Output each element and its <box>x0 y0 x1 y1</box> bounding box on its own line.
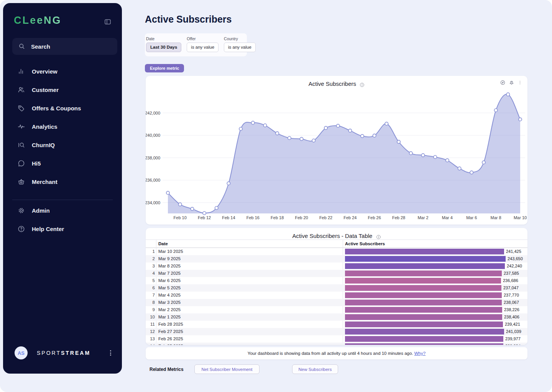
filter-date-value[interactable]: Last 30 Days <box>146 43 181 52</box>
filter-country-value[interactable]: is any value <box>224 43 256 52</box>
sidebar-item-offers-coupons[interactable]: Offers & Coupons <box>12 99 117 117</box>
table-row: 13Feb 26 2025239,977 <box>146 335 527 343</box>
x-axis-tick-label: Feb 16 <box>246 215 260 220</box>
row-index: 3 <box>146 262 155 270</box>
basket-icon <box>17 178 25 186</box>
y-axis-tick-label: 236,000 <box>146 178 160 182</box>
filter-offer: Offer is any value <box>187 36 219 56</box>
explore-metric-button[interactable]: Explore metric <box>145 64 184 72</box>
row-date: Mar 1 2025 <box>158 313 181 321</box>
chart-marker[interactable] <box>276 132 279 135</box>
sidebar-item-label: Help Center <box>32 226 64 232</box>
chart-marker[interactable] <box>300 137 303 140</box>
chart-marker[interactable] <box>397 140 400 143</box>
chart-marker[interactable] <box>434 156 437 159</box>
chart-marker[interactable] <box>312 139 315 142</box>
chart-marker[interactable] <box>409 152 412 155</box>
filter-country-label: Country <box>224 36 256 41</box>
row-date: Mar 7 2025 <box>158 270 181 277</box>
chart-marker[interactable] <box>482 161 485 164</box>
chart-marker[interactable] <box>421 154 424 157</box>
why-link[interactable]: Why? <box>414 351 426 356</box>
chart-marker[interactable] <box>446 159 449 162</box>
sidebar-item-label: Offers & Coupons <box>32 105 81 112</box>
chart-marker[interactable] <box>324 126 327 130</box>
chart-marker[interactable] <box>191 207 194 210</box>
related-metric-net-subscriber-movement[interactable]: Net Subscriber Movement <box>194 364 260 374</box>
column-header-date[interactable]: Date <box>158 241 168 246</box>
row-value-bar <box>345 278 501 284</box>
info-icon[interactable] <box>374 233 381 240</box>
chart-card: 242,000240,000238,000236,000234,000Feb 1… <box>146 76 527 225</box>
workspace-menu-icon[interactable] <box>108 349 113 357</box>
chart-marker[interactable] <box>361 134 364 138</box>
chart-marker[interactable] <box>239 127 242 130</box>
active-subscribers-chart[interactable]: 242,000240,000238,000236,000234,000Feb 1… <box>146 76 527 222</box>
sidebar-item-customer[interactable]: Customer <box>12 80 117 99</box>
explore-compass-icon[interactable] <box>500 80 506 85</box>
chart-marker[interactable] <box>215 207 218 210</box>
chart-menu-kebab-icon[interactable] <box>518 80 522 85</box>
workspace-switcher[interactable]: AS SPORTSTREAM <box>15 343 113 363</box>
row-date: Feb 28 2025 <box>158 321 183 328</box>
chart-marker[interactable] <box>227 182 230 185</box>
chart-marker[interactable] <box>337 124 340 127</box>
sidebar-divider <box>12 200 113 200</box>
table-row: 14Feb 25 2025239,934 <box>146 343 527 345</box>
chart-marker[interactable] <box>179 203 182 206</box>
row-value-bar <box>345 329 504 335</box>
sidebar-item-hi5[interactable]: Hi5 <box>12 154 117 172</box>
help-icon <box>17 225 25 233</box>
table-title: Active Subscribers - Data Table <box>292 233 372 239</box>
workspace-name-bold: STREAM <box>61 350 90 356</box>
table-row: 8Mar 3 2025238,067 <box>146 299 527 306</box>
row-value-bar <box>345 249 504 254</box>
chart-area <box>168 94 520 213</box>
row-date: Mar 6 2025 <box>158 277 181 284</box>
sidebar-collapse-icon[interactable] <box>104 18 112 26</box>
alert-bell-icon[interactable] <box>509 80 514 85</box>
table-row: 1Mar 10 2025241,425 <box>146 248 527 255</box>
row-date: Feb 27 2025 <box>158 328 183 335</box>
filter-offer-value[interactable]: is any value <box>187 43 219 52</box>
x-axis-tick-label: Feb 26 <box>368 215 381 220</box>
filter-offer-label: Offer <box>187 36 219 41</box>
chart-marker[interactable] <box>458 167 461 170</box>
x-axis-tick-label: Feb 18 <box>271 215 284 220</box>
row-value: 239,421 <box>505 321 520 328</box>
column-header-active-subscribers[interactable]: Active Subscribers <box>345 241 385 246</box>
search-input[interactable]: Search <box>12 38 117 55</box>
sidebar-item-churniq[interactable]: ChurnIQ <box>12 136 117 154</box>
sidebar-item-overview[interactable]: Overview <box>12 62 117 80</box>
data-table-card: Active Subscribers - Data Table Date Act… <box>146 228 527 345</box>
table-row: 5Mar 6 2025236,686 <box>146 277 527 284</box>
sidebar-item-analytics[interactable]: Analytics <box>12 117 117 136</box>
row-index: 4 <box>146 270 155 277</box>
chart-marker[interactable] <box>519 118 522 121</box>
sidebar-item-admin[interactable]: Admin <box>12 201 117 220</box>
row-value: 238,226 <box>504 306 519 313</box>
row-value: 242,240 <box>507 262 522 270</box>
sidebar-item-help-center[interactable]: Help Center <box>12 220 117 238</box>
chart-marker[interactable] <box>470 171 473 174</box>
chart-marker[interactable] <box>251 121 255 124</box>
row-value: 239,977 <box>505 335 521 343</box>
table-row: 9Mar 2 2025238,226 <box>146 306 527 313</box>
y-axis-tick-label: 242,000 <box>146 111 160 115</box>
table-row: 7Mar 4 2025237,770 <box>146 292 527 299</box>
chart-marker[interactable] <box>203 212 206 215</box>
chart-marker[interactable] <box>506 93 509 96</box>
chat-icon <box>17 159 25 167</box>
chart-marker[interactable] <box>288 136 291 139</box>
chart-marker[interactable] <box>263 124 266 127</box>
info-icon[interactable] <box>358 81 365 88</box>
chart-marker[interactable] <box>373 134 376 137</box>
chart-marker[interactable] <box>348 129 352 132</box>
related-metric-new-subscribers[interactable]: New Subscribers <box>292 364 338 374</box>
chart-marker[interactable] <box>166 191 169 194</box>
chart-marker[interactable] <box>494 109 497 112</box>
sidebar-item-merchant[interactable]: Merchant <box>12 172 117 191</box>
row-date: Mar 2 2025 <box>158 306 181 313</box>
chart-marker[interactable] <box>385 122 388 125</box>
table-title-row: Active Subscribers - Data Table <box>146 233 527 240</box>
